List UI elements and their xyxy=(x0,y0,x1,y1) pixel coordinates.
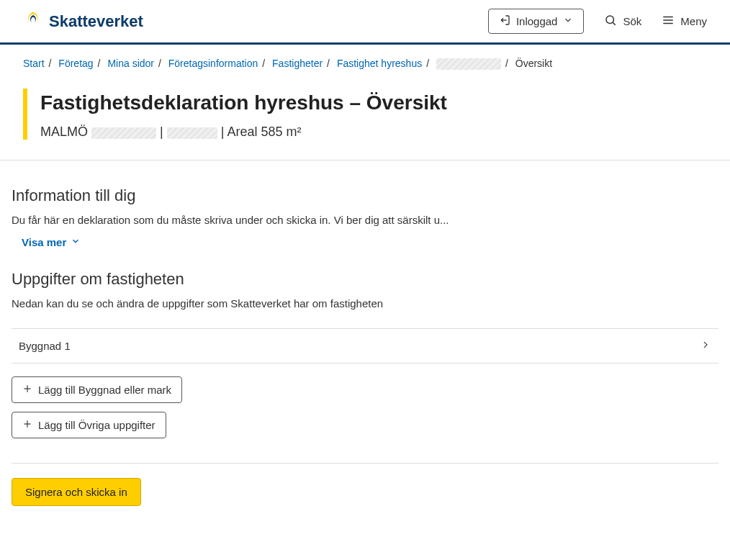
menu-icon xyxy=(662,14,675,29)
show-more-label: Visa mer xyxy=(22,236,66,248)
page-title: Fastighetsdeklaration hyreshus – Översik… xyxy=(40,89,447,114)
info-heading: Information till dig xyxy=(12,186,718,205)
chevron-down-icon xyxy=(563,15,573,27)
subtitle-redacted xyxy=(167,127,217,139)
brand-name: Skatteverket xyxy=(49,12,143,31)
exit-icon xyxy=(499,14,510,28)
breadcrumb-link[interactable]: Fastighet hyreshus xyxy=(337,58,422,69)
page-subtitle: MALMÖ | | Areal 585 m² xyxy=(40,114,447,140)
breadcrumb-link[interactable]: Företagsinformation xyxy=(168,58,258,69)
search-icon xyxy=(604,14,617,29)
breadcrumb-current: Översikt xyxy=(515,58,552,69)
menu-button[interactable]: Meny xyxy=(662,14,707,29)
chevron-right-icon xyxy=(700,339,711,353)
plus-icon xyxy=(22,384,32,396)
add-building-button[interactable]: Lägg till Byggnad eller mark xyxy=(12,376,182,403)
add-other-label: Lägg till Övriga uppgifter xyxy=(38,419,156,431)
svg-point-1 xyxy=(606,16,614,24)
topbar: Skatteverket Inloggad xyxy=(0,0,730,45)
details-heading: Uppgifter om fastigheten xyxy=(12,270,718,289)
breadcrumb-link[interactable]: Mina sidor xyxy=(107,58,154,69)
info-text: Du får här en deklaration som du måste s… xyxy=(12,214,718,226)
topbar-right: Inloggad Sök xyxy=(488,9,707,34)
search-button[interactable]: Sök xyxy=(604,14,641,29)
list-item-label: Byggnad 1 xyxy=(19,340,71,352)
brand[interactable]: Skatteverket xyxy=(23,10,143,33)
brand-logo-icon xyxy=(23,10,43,33)
add-building-label: Lägg till Byggnad eller mark xyxy=(38,384,171,396)
show-more-button[interactable]: Visa mer xyxy=(12,236,81,248)
main-content: Information till dig Du får här en dekla… xyxy=(0,161,730,523)
chevron-down-icon xyxy=(71,236,81,248)
plus-icon xyxy=(22,419,32,431)
breadcrumb: Start/ Företag/ Mina sidor/ Företagsinfo… xyxy=(0,45,730,70)
page-title-block: Fastighetsdeklaration hyreshus – Översik… xyxy=(0,70,730,161)
breadcrumb-link[interactable]: Fastigheter xyxy=(272,58,323,69)
menu-label: Meny xyxy=(680,15,707,27)
accent-bar xyxy=(23,89,27,140)
breadcrumb-redacted xyxy=(436,58,501,70)
subtitle-city: MALMÖ xyxy=(40,125,88,139)
add-other-button[interactable]: Lägg till Övriga uppgifter xyxy=(12,412,166,438)
subtitle-area: Areal 585 m² xyxy=(227,125,301,139)
svg-line-2 xyxy=(613,22,616,24)
list-item-byggnad-1[interactable]: Byggnad 1 xyxy=(12,328,718,363)
login-dropdown[interactable]: Inloggad xyxy=(488,9,585,34)
breadcrumb-link[interactable]: Företag xyxy=(58,58,93,69)
details-text: Nedan kan du se och ändra de uppgifter s… xyxy=(12,297,718,310)
divider xyxy=(12,463,718,464)
sign-submit-label: Signera och skicka in xyxy=(25,486,127,498)
search-label: Sök xyxy=(623,15,641,27)
breadcrumb-link[interactable]: Start xyxy=(23,58,45,69)
subtitle-redacted xyxy=(91,127,156,139)
sign-submit-button[interactable]: Signera och skicka in xyxy=(12,478,141,506)
login-label: Inloggad xyxy=(516,15,558,27)
